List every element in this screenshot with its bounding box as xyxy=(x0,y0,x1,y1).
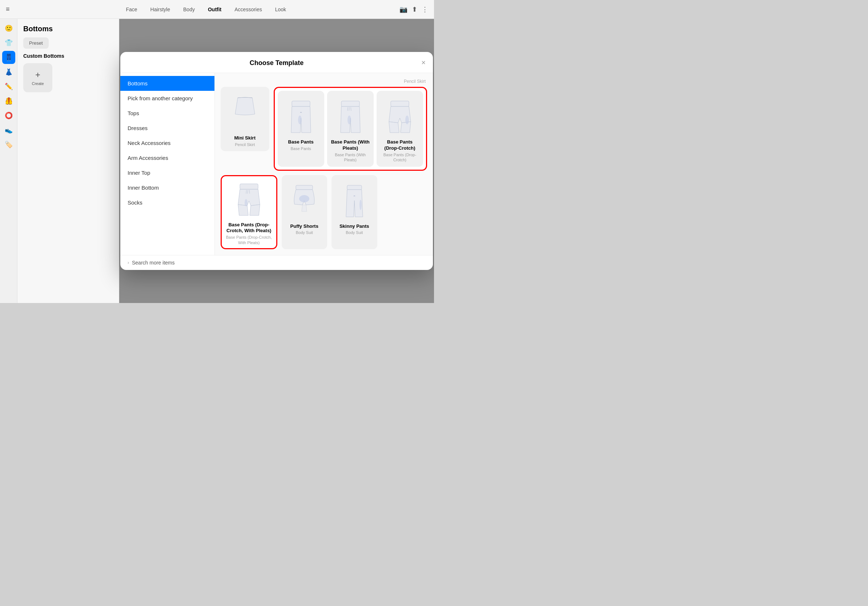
mini-skirt-name: Mini Skirt xyxy=(234,135,256,141)
base-pants-pleats-image xyxy=(331,96,370,136)
create-label: Create xyxy=(32,81,43,86)
sidebar-icon-tag[interactable]: 🏷️ xyxy=(2,138,15,151)
hamburger-icon[interactable]: ≡ xyxy=(6,5,10,13)
pencil-skirt-top-label: Pencil Skirt xyxy=(221,79,427,84)
template-base-pants[interactable]: Base Pants Base Pants xyxy=(278,91,324,166)
panel-title: Bottoms xyxy=(23,25,113,33)
category-arm-acc[interactable]: Arm Accessories xyxy=(120,150,214,165)
mini-skirt-sub: Pencil Skirt xyxy=(235,142,255,147)
modal-close-button[interactable]: × xyxy=(421,59,426,66)
canvas-area: Choose Template × Bottoms Pick from anot… xyxy=(119,19,434,303)
sidebar-icon-bottom[interactable]: 👖 xyxy=(2,51,15,64)
create-button[interactable]: + Create xyxy=(23,63,52,92)
svg-point-7 xyxy=(245,199,248,206)
plus-icon: + xyxy=(35,70,40,80)
top-navigation: ≡ Face Hairstyle Body Outfit Accessories… xyxy=(0,0,434,19)
sidebar-icon-face[interactable]: 🙂 xyxy=(2,22,15,35)
modal-template-grid: Pencil Skirt xyxy=(215,73,433,255)
tab-look[interactable]: Look xyxy=(269,5,292,14)
template-base-pants-drop[interactable]: Base Pants (Drop-Crotch) Base Pants (Dro… xyxy=(377,91,423,166)
svg-rect-2 xyxy=(341,101,360,107)
arrow-icon: › xyxy=(127,260,129,265)
template-puffy-shorts[interactable]: Puffy Shorts Body Suit xyxy=(282,175,327,249)
svg-rect-10 xyxy=(347,185,362,190)
svg-point-9 xyxy=(299,195,309,203)
category-neck-acc[interactable]: Neck Accessories xyxy=(120,136,214,150)
skinny-pants-sub: Body Suit xyxy=(346,230,363,235)
sidebar-icon-top[interactable]: 👕 xyxy=(2,36,15,49)
base-pants-drop-sub: Base Pants (Drop-Crotch) xyxy=(381,152,419,163)
camera-icon[interactable]: 📷 xyxy=(400,5,408,14)
svg-point-3 xyxy=(347,116,351,124)
template-drop-pleats-wrapper[interactable]: Base Pants (Drop-Crotch, With Pleats) Ba… xyxy=(221,175,277,249)
template-skinny-pants[interactable]: Skinny Pants Body Suit xyxy=(332,175,377,249)
base-pants-drop-name: Base Pants (Drop-Crotch) xyxy=(381,139,419,152)
modal-body: Bottoms Pick from another category Tops … xyxy=(120,73,433,255)
base-pants-name: Base Pants xyxy=(288,139,314,145)
nav-tabs: Face Hairstyle Body Outfit Accessories L… xyxy=(16,5,397,14)
svg-rect-0 xyxy=(292,101,310,107)
unselected-cards: Puffy Shorts Body Suit xyxy=(282,175,428,249)
tab-accessories[interactable]: Accessories xyxy=(229,5,268,14)
content-panel: Bottoms Preset Custom Bottoms + Create xyxy=(17,19,119,303)
sidebar-icon-vest[interactable]: 🦺 xyxy=(2,94,15,108)
search-more-label: Search more items xyxy=(132,260,175,266)
puffy-shorts-name: Puffy Shorts xyxy=(290,223,318,230)
base-pants-sub: Base Pants xyxy=(290,146,311,151)
share-icon[interactable]: ⬆ xyxy=(412,5,417,14)
svg-point-1 xyxy=(298,116,302,124)
mini-skirt-wrapper: Mini Skirt Pencil Skirt xyxy=(221,87,269,170)
skinny-pants-name: Skinny Pants xyxy=(339,223,369,230)
category-inner-top[interactable]: Inner Top xyxy=(120,165,214,180)
svg-point-11 xyxy=(360,200,362,210)
choose-template-modal: Choose Template × Bottoms Pick from anot… xyxy=(120,52,433,270)
svg-rect-4 xyxy=(391,101,409,107)
svg-point-5 xyxy=(405,116,409,124)
selected-pants-group: Base Pants Base Pants xyxy=(274,87,428,170)
search-more-button[interactable]: › Search more items xyxy=(127,260,426,266)
sidebar-icon-shoe[interactable]: 👟 xyxy=(2,124,15,137)
drop-pleats-image xyxy=(225,179,273,219)
category-socks[interactable]: Socks xyxy=(120,195,214,210)
icon-sidebar: 🙂 👕 👖 👗 ✏️ 🦺 ⭕ 👟 🏷️ xyxy=(0,19,17,303)
template-mini-skirt[interactable]: Mini Skirt Pencil Skirt xyxy=(221,87,269,151)
template-base-pants-pleats[interactable]: Base Pants (With Pleats) Base Pants (Wit… xyxy=(327,91,374,166)
tab-body[interactable]: Body xyxy=(177,5,201,14)
svg-rect-6 xyxy=(240,184,258,189)
skinny-pants-image xyxy=(335,181,373,221)
modal-title: Choose Template xyxy=(250,59,304,67)
template-row-2: Base Pants (Drop-Crotch, With Pleats) Ba… xyxy=(221,175,427,249)
custom-section-label: Custom Bottoms xyxy=(23,53,113,59)
sidebar-icon-dress[interactable]: 👗 xyxy=(2,65,15,79)
svg-rect-8 xyxy=(296,185,313,190)
tab-hairstyle[interactable]: Hairstyle xyxy=(145,5,176,14)
base-pants-pleats-sub: Base Pants (With Pleats) xyxy=(331,152,370,163)
modal-header: Choose Template × xyxy=(120,52,433,73)
sidebar-icon-circle[interactable]: ⭕ xyxy=(2,109,15,122)
sidebar-icon-brush[interactable]: ✏️ xyxy=(2,80,15,93)
modal-overlay[interactable]: Choose Template × Bottoms Pick from anot… xyxy=(119,19,434,303)
drop-pleats-sub: Base Pants (Drop-Crotch, With Pleats) xyxy=(225,235,273,245)
base-pants-drop-image xyxy=(381,96,419,136)
category-bottoms[interactable]: Bottoms xyxy=(120,76,214,91)
base-pants-image xyxy=(282,96,320,136)
drop-pleats-name: Base Pants (Drop-Crotch, With Pleats) xyxy=(225,222,273,234)
category-pick-another[interactable]: Pick from another category xyxy=(120,91,214,106)
modal-footer: › Search more items xyxy=(120,255,433,270)
puffy-shorts-image xyxy=(286,181,324,221)
modal-category-list: Bottoms Pick from another category Tops … xyxy=(120,73,215,255)
mini-skirt-image xyxy=(225,92,265,132)
base-pants-pleats-name: Base Pants (With Pleats) xyxy=(331,139,370,152)
main-area: 🙂 👕 👖 👗 ✏️ 🦺 ⭕ 👟 🏷️ Bottoms Preset Custo… xyxy=(0,19,434,303)
template-row-1: Mini Skirt Pencil Skirt xyxy=(221,87,427,170)
nav-action-icons: 📷 ⬆ ⋮ xyxy=(400,5,428,14)
preset-button[interactable]: Preset xyxy=(23,37,49,49)
category-inner-bottom[interactable]: Inner Bottom xyxy=(120,180,214,195)
puffy-shorts-sub: Body Suit xyxy=(296,230,313,235)
tab-face[interactable]: Face xyxy=(120,5,143,14)
more-icon[interactable]: ⋮ xyxy=(422,5,428,14)
category-dresses[interactable]: Dresses xyxy=(120,121,214,136)
category-tops[interactable]: Tops xyxy=(120,106,214,121)
tab-outfit[interactable]: Outfit xyxy=(202,5,227,14)
